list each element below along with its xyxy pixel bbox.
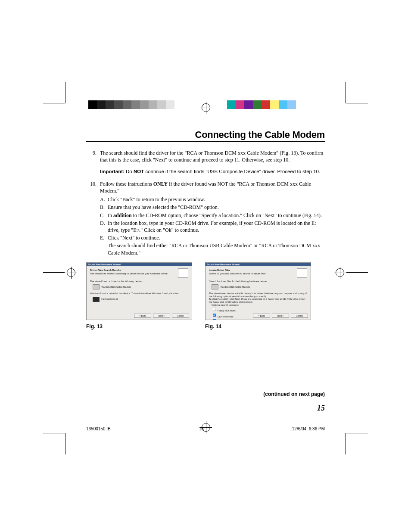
driver-icon	[93, 297, 100, 302]
device-row: RCA DCM235 Cable Modem	[93, 284, 188, 289]
important-prefix: Do	[125, 169, 134, 174]
options-label: Optional search locations:	[212, 304, 307, 307]
dialog-buttons: < Back Next > Cancel	[134, 314, 189, 318]
next-button[interactable]: Next >	[272, 314, 289, 318]
crop-mark	[346, 433, 346, 454]
crop-mark	[346, 103, 368, 103]
important-label: Important:	[100, 169, 125, 174]
substep-c: C.In addition to the CD-ROM option, choo…	[100, 212, 325, 219]
color-swatch	[140, 100, 149, 109]
footer-doc-id: 16500150 IB	[86, 426, 111, 431]
substep-text: In addition to the CD-ROM option, choose…	[108, 212, 325, 219]
color-swatch	[253, 100, 262, 109]
device-icon	[212, 284, 218, 289]
device-name: RCA DCM235 Cable Modem	[101, 286, 131, 289]
option-label: Floppy disk drives	[218, 309, 236, 312]
substep-letter: E.	[100, 234, 108, 241]
color-swatch	[114, 100, 123, 109]
step-10: 10. Follow these instructions ONLY if th…	[86, 180, 325, 256]
dialog-body: Driver Files Search Results The wizard h…	[87, 266, 192, 314]
color-swatch	[157, 100, 166, 109]
option-checkbox[interactable]	[213, 308, 216, 311]
color-swatch	[236, 100, 244, 109]
text: In	[108, 212, 113, 218]
wizard-icon	[178, 268, 188, 278]
footer-timestamp: 12/6/04, 6:36 PM	[292, 426, 325, 431]
color-swatch	[123, 100, 131, 109]
dialog-titlebar: Found New Hardware Wizard	[87, 263, 192, 267]
color-swatch	[166, 100, 174, 109]
substep-a: A.Click "Back" to return to the previous…	[100, 196, 325, 203]
substep-letter: C.	[100, 212, 108, 219]
step-text: The search should find the driver for th…	[100, 149, 325, 163]
next-button[interactable]: Next >	[153, 314, 170, 318]
dialog-line: Search for driver files for the followin…	[209, 280, 307, 283]
step-number: 10.	[86, 180, 100, 256]
search-location-option[interactable]: Specify a location	[212, 318, 307, 320]
crop-mark	[43, 272, 65, 273]
dialog-header: Locate Driver Files	[209, 269, 307, 272]
step-list: 10. Follow these instructions ONLY if th…	[86, 180, 325, 256]
crop-mark	[346, 433, 368, 433]
wizard-dialog: Found New Hardware Wizard Driver Files S…	[86, 262, 192, 320]
dialog-line: The wizard found a driver for the follow…	[90, 280, 188, 283]
substep-letter: B.	[100, 204, 108, 211]
crop-mark	[346, 272, 368, 273]
color-swatch	[97, 100, 106, 109]
substep-letter: A.	[100, 196, 108, 203]
crop-mark	[43, 433, 65, 433]
cancel-button[interactable]: Cancel	[291, 314, 308, 318]
color-swatch	[262, 100, 270, 109]
color-swatch	[88, 100, 97, 109]
search-location-option[interactable]: Floppy disk drives	[212, 306, 307, 312]
page-title: Connecting the Cable Modem	[86, 129, 325, 142]
important-suffix: continue if the search finds "USB Compos…	[144, 169, 320, 174]
dialog-subheader: The wizard has finished searching for dr…	[90, 272, 188, 275]
color-swatch	[227, 100, 236, 109]
dialog-header: Driver Files Search Results	[90, 269, 188, 272]
step-list: 9. The search should find the driver for…	[86, 149, 325, 163]
registration-mark-icon	[67, 268, 75, 277]
page-content: Connecting the Cable Modem 9. The search…	[86, 129, 325, 422]
grayscale-color-bar	[88, 100, 192, 109]
cancel-button[interactable]: Cancel	[172, 314, 189, 318]
option-checkbox[interactable]	[213, 319, 216, 320]
crop-mark	[43, 103, 65, 103]
color-swatch	[149, 100, 157, 109]
figure-caption: Fig. 13	[86, 324, 192, 330]
registration-mark-icon	[202, 103, 210, 112]
device-row: RCA DCM235 Cable Modem	[212, 284, 307, 289]
substep-text: Ensure that you have selected the "CD-RO…	[108, 204, 325, 211]
substep-text: In the location box, type in your CD-ROM…	[108, 220, 325, 233]
step-9: 9. The search should find the driver for…	[86, 149, 325, 163]
wizard-dialog: Found New Hardware Wizard Locate Driver …	[205, 262, 311, 320]
crop-mark	[346, 82, 346, 103]
color-swatch	[131, 100, 140, 109]
dialog-buttons: < Back Next > Cancel	[253, 314, 308, 318]
option-label: CD-ROM drives	[218, 315, 234, 318]
process-color-bar	[227, 100, 296, 109]
back-button[interactable]: < Back	[253, 314, 270, 318]
text-bold: addition	[113, 212, 132, 218]
option-checkbox[interactable]	[213, 314, 216, 317]
substep-text: Click "Back" to return to the previous w…	[108, 196, 325, 203]
substep-e: E.Click "Next" to continue.	[100, 234, 325, 241]
device-name: RCA DCM235 Cable Modem	[220, 286, 250, 289]
substep-text: Click "Next" to continue.	[108, 234, 325, 241]
dialog-paragraph: The wizard searches for suitable drivers…	[209, 292, 307, 298]
color-swatch	[287, 100, 296, 109]
color-swatch	[270, 100, 279, 109]
figures-row: Found New Hardware Wizard Driver Files S…	[86, 262, 325, 330]
registration-mark-icon	[336, 268, 344, 277]
wizard-icon	[297, 268, 307, 278]
back-button[interactable]: < Back	[134, 314, 151, 318]
substep-d: D.In the location box, type in your CD-R…	[100, 220, 325, 233]
dialog-body: Locate Driver Files Where do you want Wi…	[206, 266, 311, 314]
dialog-line: Windows found a driver for this device. …	[90, 292, 188, 295]
text: to the CD-ROM option, choose "Specify a …	[132, 212, 322, 218]
substep-b: B.Ensure that you have selected the "CD-…	[100, 204, 325, 211]
page-number: 15	[317, 404, 325, 413]
figure-14: Found New Hardware Wizard Locate Driver …	[205, 262, 311, 330]
color-swatch	[106, 100, 114, 109]
figure-caption: Fig. 14	[205, 324, 311, 330]
